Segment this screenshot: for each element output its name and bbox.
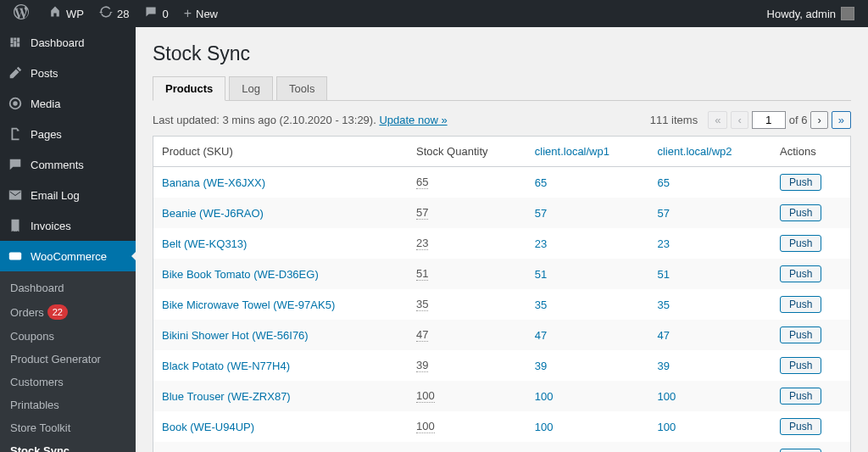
menu-item-woocommerce[interactable]: WooCommerce xyxy=(0,241,136,271)
col-product: Product (SKU) xyxy=(153,137,409,167)
new-content[interactable]: +New xyxy=(177,0,225,27)
menu-item-pages[interactable]: Pages xyxy=(0,119,136,149)
table-row: Bike Microwave Towel (WE-97AK5)353535Pus… xyxy=(153,289,851,320)
stock-qty[interactable]: 57 xyxy=(416,206,428,220)
site2-qty: 100 xyxy=(657,421,676,433)
updates[interactable]: 28 xyxy=(92,0,136,27)
push-button[interactable]: Push xyxy=(780,204,821,221)
submenu-item-stock-sync[interactable]: Stock Sync xyxy=(0,439,136,452)
product-link[interactable]: Belt (WE-KQ313) xyxy=(162,237,247,250)
submenu-item-orders[interactable]: Orders22 xyxy=(0,299,136,325)
stock-qty[interactable]: 35 xyxy=(416,298,428,311)
push-button[interactable]: Push xyxy=(780,388,821,405)
avatar xyxy=(841,7,854,20)
dashboard-icon xyxy=(7,34,24,51)
email-icon xyxy=(7,187,24,204)
table-row: Black Potato (WE-N77H4)393939Push xyxy=(153,350,851,381)
stock-qty[interactable]: 39 xyxy=(416,359,428,372)
page-title: Stock Sync xyxy=(153,42,851,65)
svg-rect-2 xyxy=(9,253,21,260)
product-link[interactable]: Bikini Shower Hot (WE-56I76) xyxy=(162,329,309,342)
push-button[interactable]: Push xyxy=(780,449,821,452)
product-link[interactable]: Bike Book Tomato (WE-D36EG) xyxy=(162,268,319,281)
menu-item-posts[interactable]: Posts xyxy=(0,58,136,88)
page-first[interactable]: « xyxy=(708,111,727,129)
col-qty: Stock Quantity xyxy=(408,137,526,167)
comments-icon xyxy=(7,156,24,173)
product-link[interactable]: Book (WE-U94UP) xyxy=(162,421,254,433)
site2-qty: 47 xyxy=(657,329,669,342)
submenu-item-printables[interactable]: Printables xyxy=(0,393,136,416)
pagination: 111 items « ‹ of 6 › » xyxy=(650,111,851,129)
push-button[interactable]: Push xyxy=(780,265,821,282)
menu-item-dashboard[interactable]: Dashboard xyxy=(0,27,136,58)
stock-qty[interactable]: 100 xyxy=(416,420,435,433)
stock-qty[interactable]: 47 xyxy=(416,328,428,342)
tab-log[interactable]: Log xyxy=(229,76,273,100)
content-area: Stock Sync ProductsLogTools Last updated… xyxy=(136,27,868,452)
push-button[interactable]: Push xyxy=(780,326,821,343)
product-link[interactable]: Banana (WE-X6JXX) xyxy=(162,176,265,189)
site1-qty: 100 xyxy=(535,390,554,403)
pages-icon xyxy=(7,126,24,142)
table-row: Beanie (WE-J6RAO)575757Push xyxy=(153,198,851,228)
tab-tools[interactable]: Tools xyxy=(276,76,327,100)
submenu-item-product-generator[interactable]: Product Generator xyxy=(0,348,136,371)
stock-qty[interactable]: 100 xyxy=(416,389,435,403)
wordpress-icon xyxy=(14,4,29,20)
push-button[interactable]: Push xyxy=(780,418,821,435)
col-site1[interactable]: client.local/wp1 xyxy=(526,137,649,167)
stock-qty[interactable]: 51 xyxy=(416,267,428,281)
product-link[interactable]: Beanie (WE-J6RAO) xyxy=(162,207,264,220)
push-button[interactable]: Push xyxy=(780,235,821,252)
submenu-item-dashboard[interactable]: Dashboard xyxy=(0,276,136,299)
site1-qty: 57 xyxy=(535,207,547,220)
last-updated: Last updated: 3 mins ago (2.10.2020 - 13… xyxy=(153,114,448,126)
submenu-item-customers[interactable]: Customers xyxy=(0,371,136,393)
invoices-icon xyxy=(7,217,24,234)
menu-item-email-log[interactable]: Email Log xyxy=(0,180,136,210)
products-table: Product (SKU) Stock Quantity client.loca… xyxy=(153,136,851,452)
tab-products[interactable]: Products xyxy=(153,76,225,101)
site2-qty: 35 xyxy=(657,299,669,311)
site1-qty: 65 xyxy=(535,176,547,189)
push-button[interactable]: Push xyxy=(780,296,821,313)
my-account[interactable]: Howdy, admin xyxy=(760,0,861,27)
svg-point-0 xyxy=(13,101,17,105)
wp-logo[interactable] xyxy=(7,0,40,27)
items-count: 111 items xyxy=(650,114,698,126)
push-button[interactable]: Push xyxy=(780,357,821,374)
page-last[interactable]: » xyxy=(832,111,851,129)
table-row: Brass (WE-56DGG)919191Push xyxy=(153,442,851,452)
col-site2[interactable]: client.local/wp2 xyxy=(648,137,771,167)
table-row: Banana (WE-X6JXX)656565Push xyxy=(153,167,851,198)
site2-qty: 23 xyxy=(657,237,669,250)
comment-icon xyxy=(144,5,158,19)
menu-item-invoices[interactable]: Invoices xyxy=(0,210,136,241)
product-link[interactable]: Bike Microwave Towel (WE-97AK5) xyxy=(162,299,335,311)
posts-icon xyxy=(7,64,24,81)
comments-bubble[interactable]: 0 xyxy=(137,0,175,27)
submenu-item-coupons[interactable]: Coupons xyxy=(0,325,136,348)
site2-qty: 57 xyxy=(657,207,669,220)
admin-menu: DashboardPostsMediaPagesCommentsEmail Lo… xyxy=(0,27,136,452)
stock-qty[interactable]: 65 xyxy=(416,176,428,189)
page-input[interactable] xyxy=(752,111,786,129)
update-now-link[interactable]: Update now » xyxy=(379,114,447,126)
table-row: Belt (WE-KQ313)232323Push xyxy=(153,228,851,259)
admin-bar: WP 28 0 +New Howdy, admin xyxy=(0,0,868,27)
site-home[interactable]: WP xyxy=(42,0,91,27)
menu-item-media[interactable]: Media xyxy=(0,88,136,119)
home-icon xyxy=(48,5,62,19)
tabs: ProductsLogTools xyxy=(153,75,851,101)
push-button[interactable]: Push xyxy=(780,174,821,191)
table-row: Bike Book Tomato (WE-D36EG)515151Push xyxy=(153,259,851,289)
submenu-item-store-toolkit[interactable]: Store Toolkit xyxy=(0,416,136,439)
product-link[interactable]: Blue Trouser (WE-ZRX87) xyxy=(162,390,291,403)
menu-item-comments[interactable]: Comments xyxy=(0,149,136,180)
page-next[interactable]: › xyxy=(810,111,827,129)
col-actions: Actions xyxy=(771,137,850,167)
product-link[interactable]: Black Potato (WE-N77H4) xyxy=(162,360,290,372)
stock-qty[interactable]: 23 xyxy=(416,237,428,250)
page-prev[interactable]: ‹ xyxy=(731,111,748,129)
